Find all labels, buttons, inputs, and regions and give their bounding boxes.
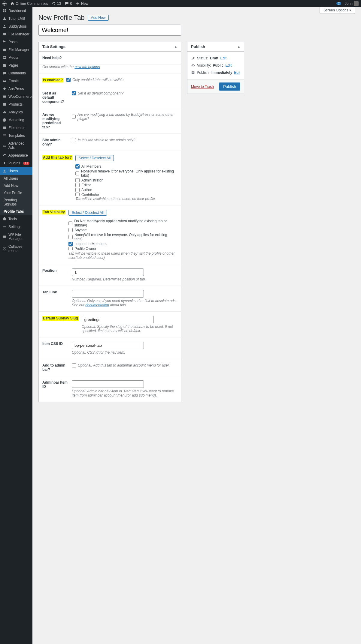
- publish-edit-link[interactable]: Edit: [234, 70, 240, 75]
- add-new-button[interactable]: Add New: [88, 15, 109, 21]
- help-link[interactable]: new tab options: [74, 65, 100, 69]
- doc-link[interactable]: documentation: [85, 303, 109, 307]
- adminbar-checkbox[interactable]: [72, 363, 76, 367]
- is-enabled-checkbox[interactable]: [66, 78, 71, 82]
- publish-button[interactable]: Publish: [219, 82, 240, 91]
- vis-opt-0[interactable]: [68, 221, 72, 225]
- menu-pages[interactable]: Pages: [0, 61, 32, 69]
- status-edit-link[interactable]: Edit: [220, 56, 226, 60]
- position-label: Position: [42, 268, 69, 273]
- submenu-add-new[interactable]: Add New: [0, 182, 32, 189]
- admin-sidebar: DashboardTutor LMSBuddyBossFile ManagerP…: [0, 7, 32, 644]
- menu-appearance[interactable]: Appearance: [0, 151, 32, 159]
- updates-link[interactable]: 13: [52, 1, 61, 6]
- key-icon: [191, 56, 195, 60]
- menu-posts[interactable]: Posts: [0, 38, 32, 46]
- menu-collapse-menu[interactable]: Collapse menu: [0, 243, 32, 255]
- menu-media[interactable]: Media: [0, 54, 32, 61]
- panel-title: Tab Settings: [42, 44, 65, 49]
- vis-opt-4[interactable]: [68, 247, 73, 250]
- menu-users[interactable]: Users: [0, 167, 32, 175]
- add-for-label: Add this tab for?: [42, 155, 72, 160]
- menu-plugins[interactable]: Plugins11: [0, 159, 32, 167]
- menu-advanced-ads[interactable]: Advanced Ads: [0, 139, 32, 151]
- submenu-pending-signups[interactable]: Pending Signups: [0, 196, 32, 208]
- menu-file-manager[interactable]: File Manager: [0, 30, 32, 38]
- help-label: Need help?: [42, 56, 69, 60]
- visibility-edit-link[interactable]: Edit: [225, 63, 232, 67]
- eye-icon: [191, 63, 195, 67]
- notification-badge[interactable]: 2: [336, 2, 341, 5]
- addfor-opt-1[interactable]: [75, 171, 79, 175]
- submenu-profile-tabs[interactable]: Profile Tabs: [0, 208, 32, 215]
- svg-point-2: [4, 170, 5, 171]
- page-title: New Profile Tab: [38, 14, 85, 22]
- comments-link[interactable]: 0: [65, 1, 72, 6]
- cssid-input[interactable]: [72, 342, 144, 349]
- is-enabled-label: Is enabled?: [42, 78, 63, 82]
- wp-logo-icon[interactable]: [2, 1, 7, 6]
- tablink-input[interactable]: [72, 290, 144, 298]
- publish-title: Publish: [191, 44, 205, 49]
- svg-point-1: [4, 25, 5, 26]
- default-comp-checkbox[interactable]: [72, 91, 76, 95]
- vis-opt-3[interactable]: [68, 242, 73, 246]
- post-title-input[interactable]: [38, 25, 181, 36]
- menu-dashboard[interactable]: Dashboard: [0, 7, 32, 15]
- menu-comments[interactable]: Comments: [0, 69, 32, 77]
- subnav-label: Default Subnav Slug: [42, 316, 79, 321]
- menu-file-manager[interactable]: File Manager: [0, 46, 32, 54]
- new-content-link[interactable]: New: [76, 1, 88, 6]
- menu-tools[interactable]: Tools: [0, 215, 32, 223]
- addfor-opt-3[interactable]: [75, 183, 80, 187]
- select-all-vis-button[interactable]: Select / Deselect All: [68, 210, 107, 216]
- admin-toolbar: Online Communities 13 0 New 2 John: [0, 0, 361, 7]
- addfor-opt-0[interactable]: [75, 164, 80, 169]
- menu-tutor-lms[interactable]: Tutor LMS: [0, 15, 32, 22]
- predefined-label: Are we modifying predefined tab?: [42, 112, 69, 129]
- visibility-label: Tab Visibility: [42, 210, 65, 214]
- admin-only-label: Site admin only?: [42, 138, 69, 146]
- calendar-icon: [191, 70, 195, 75]
- user-menu[interactable]: John: [345, 1, 359, 6]
- trash-link[interactable]: Move to Trash: [191, 85, 214, 89]
- subnav-input[interactable]: [82, 316, 154, 323]
- publish-panel: Publish ▲ Status: Draft Edit Visibility:: [187, 42, 244, 94]
- addfor-opt-4[interactable]: [75, 188, 80, 192]
- menu-buddyboss[interactable]: BuddyBoss: [0, 22, 32, 30]
- submenu-your-profile[interactable]: Your Profile: [0, 189, 32, 196]
- menu-wp-file-manager[interactable]: WP File Manager: [0, 231, 32, 243]
- submenu-all-users[interactable]: All Users: [0, 175, 32, 182]
- adminbar-label: Add to admin bar?: [42, 363, 69, 372]
- menu-templates[interactable]: Templates: [0, 132, 32, 139]
- default-comp-label: Set it as default component?: [42, 91, 69, 104]
- admin-only-checkbox[interactable]: [72, 138, 76, 142]
- vis-opt-1[interactable]: [68, 228, 73, 232]
- menu-woocommerce[interactable]: WooCommerce: [0, 93, 32, 100]
- menu-anspress[interactable]: AnsPress: [0, 85, 32, 93]
- menu-products[interactable]: Products: [0, 100, 32, 108]
- panel-toggle-icon[interactable]: ▲: [174, 45, 177, 48]
- adminbar-id-input[interactable]: [72, 380, 144, 388]
- addfor-opt-5[interactable]: [75, 193, 80, 196]
- menu-elementor[interactable]: Elementor: [0, 124, 32, 132]
- addfor-opt-2[interactable]: [75, 178, 80, 182]
- adminbar-id-label: Adminbar Item ID: [42, 380, 69, 389]
- menu-marketing[interactable]: Marketing: [0, 116, 32, 124]
- position-input[interactable]: [72, 268, 144, 276]
- menu-analytics[interactable]: Analytics: [0, 108, 32, 116]
- publish-toggle-icon[interactable]: ▲: [237, 45, 240, 48]
- menu-settings[interactable]: Settings: [0, 223, 32, 231]
- avatar-icon: [354, 1, 359, 6]
- cssid-label: Item CSS ID: [42, 342, 69, 346]
- tab-settings-panel: Tab Settings ▲ Need help? Get started wi…: [38, 42, 181, 402]
- screen-options-toggle[interactable]: Screen Options ▾: [320, 7, 355, 14]
- tablink-label: Tab Link: [42, 290, 69, 294]
- menu-emails[interactable]: Emails: [0, 77, 32, 85]
- vis-opt-2[interactable]: [68, 235, 73, 239]
- select-all-addfor-button[interactable]: Select / Deselect All: [75, 155, 114, 161]
- site-home-link[interactable]: Online Communities: [10, 1, 48, 6]
- predefined-checkbox[interactable]: [72, 115, 76, 119]
